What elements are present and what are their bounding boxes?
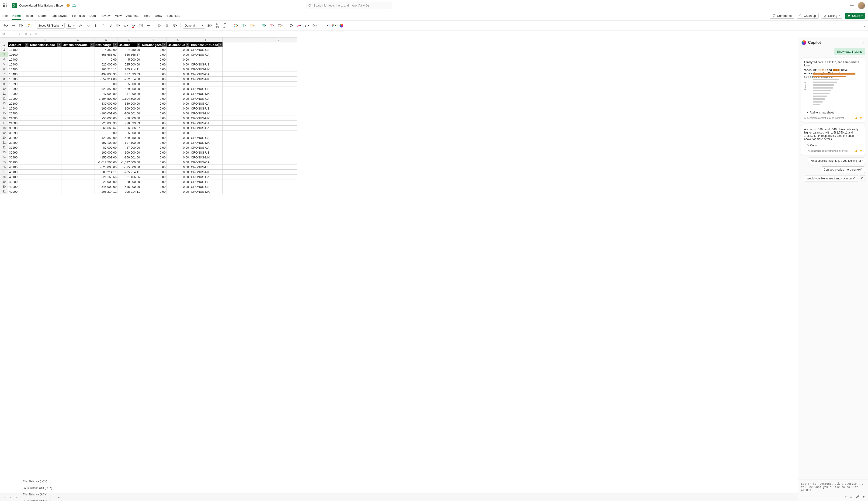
cell[interactable]: -429,350.00 bbox=[94, 135, 118, 140]
row-header-19[interactable]: 19 bbox=[0, 130, 8, 135]
cell[interactable]: 0.00 bbox=[167, 155, 190, 160]
menu-review[interactable]: Review bbox=[101, 13, 111, 18]
cell[interactable]: 40100 bbox=[8, 165, 29, 170]
cell[interactable]: 40100 bbox=[8, 174, 29, 179]
cell[interactable]: 0.00 bbox=[141, 121, 167, 126]
column-header-D[interactable]: D bbox=[94, 38, 118, 42]
cell[interactable]: CRONUS-MX bbox=[190, 155, 223, 160]
cell[interactable] bbox=[62, 189, 94, 194]
cell[interactable] bbox=[29, 145, 62, 150]
row-header-29[interactable]: 29 bbox=[0, 179, 8, 184]
cell[interactable] bbox=[62, 165, 94, 170]
cell[interactable] bbox=[223, 179, 260, 184]
number-format-select[interactable]: General▾ bbox=[183, 23, 205, 29]
bold-button[interactable]: B bbox=[93, 22, 99, 29]
wrap-text-button[interactable]: ▾ bbox=[171, 22, 178, 29]
cell[interactable] bbox=[260, 106, 297, 111]
cell[interactable]: 10990 bbox=[8, 86, 29, 91]
row-header-4[interactable]: 4 bbox=[0, 57, 8, 62]
cell[interactable]: -666,666.67 bbox=[118, 126, 141, 130]
row-header-2[interactable]: 2 bbox=[0, 47, 8, 52]
cell[interactable] bbox=[223, 121, 260, 126]
cell[interactable] bbox=[29, 86, 62, 91]
menu-home[interactable]: Home bbox=[12, 13, 21, 20]
cell[interactable]: 1,104,500.00 bbox=[94, 96, 118, 101]
format-table-button[interactable]: ▾ bbox=[241, 22, 248, 29]
cell[interactable]: 0.00 bbox=[141, 140, 167, 145]
cell[interactable]: 205,214.11 bbox=[94, 67, 118, 72]
cell[interactable]: 666,666.67 bbox=[118, 52, 141, 57]
copilot-send-icon[interactable]: ➤ bbox=[862, 495, 865, 499]
cell[interactable]: 10400 bbox=[8, 57, 29, 62]
cell[interactable] bbox=[29, 111, 62, 116]
cell[interactable] bbox=[223, 96, 260, 101]
cell[interactable]: 30990 bbox=[8, 150, 29, 155]
cell[interactable]: 0.00 bbox=[141, 126, 167, 130]
cell[interactable]: -100,001.00 bbox=[118, 111, 141, 116]
column-header-H[interactable]: H bbox=[190, 38, 223, 42]
cell[interactable]: CRONUS-US bbox=[190, 135, 223, 140]
row-header-20[interactable]: 20 bbox=[0, 135, 8, 140]
menu-draw[interactable]: Draw bbox=[155, 13, 162, 18]
cell[interactable] bbox=[223, 52, 260, 57]
cell[interactable] bbox=[29, 126, 62, 130]
cell[interactable]: -330,000.00 bbox=[94, 101, 118, 106]
delete-cells-button[interactable]: ▾ bbox=[269, 22, 275, 29]
cell[interactable] bbox=[260, 67, 297, 72]
cell[interactable]: -1,017,500.00 bbox=[94, 160, 118, 165]
cell[interactable]: 20600 bbox=[8, 106, 29, 111]
cell[interactable] bbox=[260, 150, 297, 155]
cell[interactable]: -205,214.11 bbox=[118, 170, 141, 174]
cell[interactable]: CRONUS-MX bbox=[190, 140, 223, 145]
cell[interactable]: -525,000.00 bbox=[118, 165, 141, 170]
cell[interactable] bbox=[223, 106, 260, 111]
filter-button[interactable]: ▾ bbox=[90, 43, 94, 46]
column-header-A[interactable]: A bbox=[8, 38, 29, 42]
cell[interactable] bbox=[190, 82, 223, 86]
cell[interactable]: -252,314.00 bbox=[118, 77, 141, 82]
row-header-30[interactable]: 30 bbox=[0, 184, 8, 189]
cell[interactable]: 0.00 bbox=[167, 145, 190, 150]
cell[interactable] bbox=[223, 57, 260, 62]
cell[interactable] bbox=[62, 150, 94, 155]
name-box[interactable]: L3▾ bbox=[0, 31, 22, 37]
cell[interactable] bbox=[29, 170, 62, 174]
sheet-nav-prev[interactable]: ‹ bbox=[2, 495, 7, 500]
cell[interactable]: CRONUS-MX bbox=[190, 111, 223, 116]
cell[interactable] bbox=[223, 86, 260, 91]
cell[interactable]: 1,104,500.00 bbox=[118, 96, 141, 101]
sheet-tab-by-business-unit-acy-[interactable]: By Business Unit (ACY) bbox=[20, 498, 55, 501]
copilot-suggestion-3[interactable]: Would you like to see trends over time? bbox=[804, 175, 858, 182]
cell[interactable]: 0.00 bbox=[167, 47, 190, 52]
cell[interactable]: 10990 bbox=[8, 96, 29, 101]
row-header-23[interactable]: 23 bbox=[0, 150, 8, 155]
cell[interactable]: 0.00 bbox=[167, 101, 190, 106]
cell[interactable] bbox=[62, 111, 94, 116]
column-header-J[interactable]: J bbox=[260, 38, 297, 42]
cell[interactable]: -521,166.66 bbox=[94, 174, 118, 179]
cell[interactable]: 0.00 bbox=[141, 155, 167, 160]
cell[interactable]: 529,350.00 bbox=[94, 86, 118, 91]
cell[interactable] bbox=[260, 174, 297, 179]
menu-file[interactable]: File bbox=[3, 13, 8, 18]
cell[interactable] bbox=[29, 82, 62, 86]
cell[interactable] bbox=[223, 47, 260, 52]
cell[interactable]: 0.00 bbox=[167, 52, 190, 57]
cell[interactable]: CRONUS-US bbox=[190, 86, 223, 91]
cell[interactable] bbox=[29, 62, 62, 67]
cell[interactable]: 10100 bbox=[8, 47, 29, 52]
cell[interactable]: -20,000.00 bbox=[94, 179, 118, 184]
cell[interactable]: 0.00 bbox=[141, 101, 167, 106]
cell[interactable] bbox=[62, 101, 94, 106]
cell[interactable] bbox=[260, 77, 297, 82]
cell[interactable] bbox=[62, 155, 94, 160]
cell[interactable] bbox=[223, 135, 260, 140]
header-cell[interactable]: Dimension2Code▾ bbox=[62, 42, 94, 47]
cell[interactable] bbox=[29, 150, 62, 155]
cell[interactable]: -1,017,500.00 bbox=[118, 160, 141, 165]
editing-mode-button[interactable]: Editing ▾ bbox=[821, 13, 843, 19]
cell[interactable]: 0.00 bbox=[167, 82, 190, 86]
header-cell[interactable] bbox=[260, 42, 297, 47]
cell[interactable]: 0.00 bbox=[141, 67, 167, 72]
cell[interactable]: 0.00 bbox=[141, 82, 167, 86]
